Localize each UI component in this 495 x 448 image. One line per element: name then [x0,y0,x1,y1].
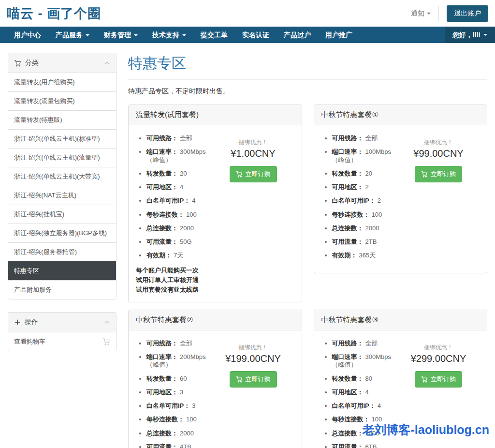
promo-label: 捆绑优惠！ [212,343,294,352]
spec-value: 2000 [180,224,194,232]
actions-panel: 操作 查看购物车 [8,312,116,351]
spec-value: 4 [378,402,381,409]
cart-icon [421,171,428,178]
spec-value: 20 [365,170,372,177]
main-area: 特惠专区 特惠产品专区，不定时限时出售。 流量转发(试用套餐) [128,53,487,448]
content: 分类 流量转发(用户组购买) 流量转发(流量包购买) 流量转发(特惠版) 浙江-… [0,43,495,448]
spec-label: 可用地区： [146,183,178,191]
spec-item: 白名单可用IP：4 [332,402,394,410]
spec-item: 有效期：365天 [332,252,394,259]
spec-label: 总连接数： [146,430,178,437]
offer-card-title: 流量转发(试用套餐) [129,105,302,125]
spec-label: 白名单可用IP： [146,197,190,204]
spec-item: 端口速率：300Mbps（峰值） [146,148,208,164]
sidebar-category-item[interactable]: 浙江-绍兴(单线云主机)(大带宽) [8,167,116,186]
spec-label: 端口速率： [332,353,364,360]
spec-value: 2000 [180,430,194,437]
spec-label: 转发数量： [146,375,178,382]
spec-value: 4 [180,183,183,191]
cart-icon [236,376,243,383]
sidebar-category-item[interactable]: 浙江-绍兴(独立服务器)(BGP多线) [8,224,116,242]
offer-buy-column: 捆绑优惠！ ¥199.00CNY 立即订购 [212,338,294,448]
spec-value: 2TB [365,238,377,245]
offer-card: 中秋节特惠套餐① 可用线路：全部 [314,105,488,273]
spec-label: 转发数量： [146,170,178,177]
spec-item: 可用流量：50G [146,238,208,246]
spec-list: 可用线路：全部 端口速率：300Mbps（峰值） 转发数量：20 [136,134,208,260]
spec-value: 100 [372,211,382,218]
order-button[interactable]: 立即订购 [415,166,462,182]
offer-specs-column: 可用线路：全部 端口速率：200Mbps（峰值） 转发数量：60 [136,338,208,448]
chevron-up-icon [104,319,110,326]
order-button-label: 立即订购 [246,375,271,384]
nav-item[interactable]: 用户推广 [318,27,360,43]
spec-label: 有效期： [332,252,357,259]
nav-item[interactable]: 财务管理 [97,27,145,43]
spec-item: 端口速率：200Mbps（峰值） [146,353,208,369]
sidebar-category-item[interactable]: 产品附加服务 [8,280,116,299]
spec-label: 端口速率： [146,148,178,155]
logout-button[interactable]: 退出账户 [447,5,488,22]
cart-icon [236,171,243,178]
user-menu-label: 您好，lll! [452,27,480,43]
nav-item[interactable]: 用户中心 [7,27,48,43]
actions-panel-header[interactable]: 操作 [8,313,116,332]
spec-value: 2 [378,197,381,204]
user-menu[interactable]: 您好，lll! [445,27,495,43]
spec-item: 可用地区：4 [332,388,394,396]
spec-label: 总连接数： [332,224,364,232]
spec-item: 可用地区：4 [146,183,208,191]
spec-label: 可用地区： [332,388,364,396]
order-button[interactable]: 立即订购 [230,371,277,388]
price-label: ¥99.00CNY [397,148,480,159]
sidebar-category-item[interactable]: 流量转发(用户组购买) [8,73,116,91]
offer-card: 流量转发(试用套餐) 可用线路：全部 [128,105,302,302]
nav-item[interactable]: 技术支持 [145,27,193,43]
order-button[interactable]: 立即订购 [230,166,277,182]
spec-value: 2 [365,183,369,191]
brand-logo[interactable]: 喵云 - 画了个圈 [7,5,101,22]
spec-item: 端口速率：100Mbps（峰值） [332,148,394,164]
categories-list: 流量转发(用户组购买) 流量转发(流量包购买) 流量转发(特惠版) 浙江-绍兴(… [8,73,116,299]
nav-item[interactable]: 提交工单 [193,27,235,43]
nav-item[interactable]: 产品服务 [48,27,97,43]
cart-icon [14,60,21,67]
sidebar-category-item[interactable]: 浙江-绍兴(NAT云主机) [8,186,116,205]
spec-value: 2000 [365,224,379,232]
sidebar-category-item[interactable]: 浙江-绍兴(服务器托管) [8,242,116,261]
view-cart-item[interactable]: 查看购物车 [8,332,116,351]
notifications-dropdown[interactable]: 通知 [411,9,431,18]
nav-item[interactable]: 实名认证 [235,27,277,43]
spec-item: 每秒连接数：100 [332,211,394,219]
cart-icon [102,338,110,345]
sidebar-category-item[interactable]: 特惠专区 [8,261,116,280]
spec-label: 可用地区： [332,183,364,191]
offer-card-body: 可用线路：全部 端口速率：300Mbps（峰值） 转发数量：20 [129,125,302,302]
spec-item: 转发数量：80 [332,375,394,383]
spec-label: 可用线路： [146,134,178,142]
spec-label: 端口速率： [146,353,178,360]
spec-label: 白名单可用IP： [146,402,190,409]
spec-value: 4 [192,197,195,204]
sidebar-category-item[interactable]: 浙江-绍兴(挂机宝) [8,205,116,224]
page-title: 特惠专区 [128,54,487,80]
order-button[interactable]: 立即订购 [415,371,462,388]
spec-value: 7天 [174,252,183,259]
notifications-label: 通知 [411,9,424,18]
sidebar-category-item[interactable]: 流量转发(特惠版) [8,110,116,129]
spec-item: 转发数量：20 [332,170,394,178]
actions-title: 操作 [25,318,100,327]
spec-label: 可用线路： [332,340,364,347]
header-divider [438,6,439,21]
spec-label: 每秒连接数： [146,416,184,423]
categories-panel-header[interactable]: 分类 [8,53,116,73]
spec-label: 白名单可用IP： [332,402,376,409]
offer-specs-column: 可用线路：全部 端口速率：100Mbps（峰值） 转发数量：20 [321,133,394,266]
sidebar-category-item[interactable]: 浙江-绍兴(单线云主机)(流量型) [8,148,116,167]
spec-value: 6TB [365,443,377,448]
offer-specs-column: 可用线路：全部 端口速率：300Mbps（峰值） 转发数量：20 [136,133,208,295]
spec-label: 转发数量： [332,375,364,382]
sidebar-category-item[interactable]: 浙江-绍兴(单线云主机)(标准型) [8,129,116,148]
nav-item[interactable]: 产品过户 [277,27,318,43]
sidebar-category-item[interactable]: 流量转发(流量包购买) [8,91,116,110]
